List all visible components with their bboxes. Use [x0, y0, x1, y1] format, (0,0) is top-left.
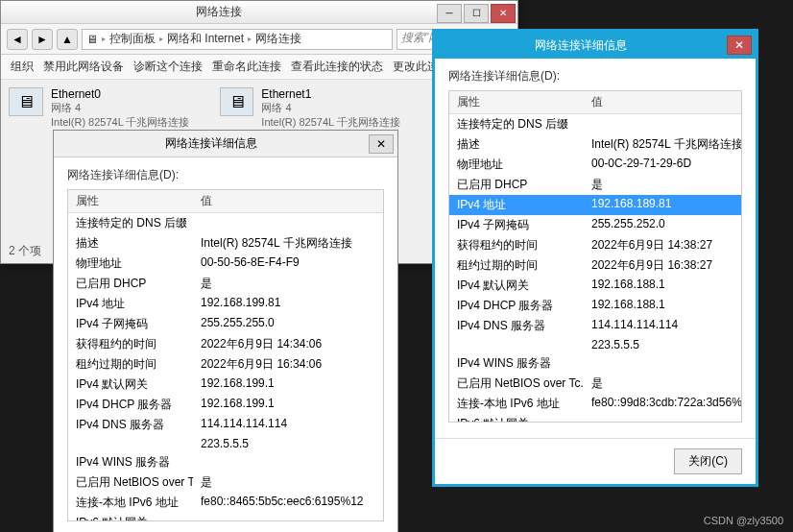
prop-cell: 描述: [449, 134, 584, 155]
prop-cell: 连接-本地 IPv6 地址: [68, 493, 193, 513]
value-cell: 114.114.114.114: [193, 415, 383, 435]
grid-body[interactable]: 连接特定的 DNS 后缀描述Intel(R) 82574L 千兆网络连接物理地址…: [68, 213, 383, 520]
prop-cell: 获得租约的时间: [449, 235, 584, 255]
table-row[interactable]: IPv4 DHCP 服务器192.168.188.1: [449, 296, 741, 316]
adapter-desc: Intel(R) 82574L 千兆网络连接: [51, 115, 189, 130]
table-row[interactable]: 已启用 NetBIOS over Tc...是: [68, 472, 383, 493]
table-row[interactable]: IPv4 地址192.168.189.81: [449, 195, 741, 215]
value-cell: 192.168.199.81: [193, 294, 383, 314]
table-row[interactable]: 物理地址00-0C-29-71-29-6D: [449, 155, 741, 175]
value-cell: 223.5.5.5: [193, 435, 383, 452]
value-cell: 255.255.255.0: [193, 314, 383, 334]
crumb-item[interactable]: 控制面板: [109, 31, 156, 47]
col-value: 值: [584, 91, 741, 113]
table-row[interactable]: IPv4 WINS 服务器: [68, 452, 383, 472]
prop-cell: 已启用 NetBIOS over Tc...: [449, 374, 584, 394]
value-cell: 2022年6月9日 14:34:06: [193, 334, 383, 354]
value-cell: 192.168.188.1: [584, 276, 741, 296]
menu-disable[interactable]: 禁用此网络设备: [43, 59, 124, 75]
table-row[interactable]: 连接-本地 IPv6 地址fe80::99d8:3cdb:722a:3d56%2…: [449, 394, 741, 414]
table-row[interactable]: 已启用 NetBIOS over Tc...是: [449, 374, 741, 394]
value-cell: [193, 213, 383, 233]
table-row[interactable]: 描述Intel(R) 82574L 千兆网络连接 #2: [449, 134, 741, 155]
value-cell: 是: [584, 374, 741, 394]
table-row[interactable]: 获得租约的时间2022年6月9日 14:38:27: [449, 235, 741, 255]
prop-cell: 租约过期的时间: [68, 354, 193, 375]
table-row[interactable]: 租约过期的时间2022年6月9日 16:34:06: [68, 354, 383, 375]
value-cell: [584, 414, 741, 422]
table-row[interactable]: 已启用 DHCP是: [68, 274, 383, 294]
titlebar: 网络连接 ─ ☐ ✕: [1, 1, 517, 24]
adapter-network: 网络 4: [261, 101, 412, 115]
prop-cell: IPv4 地址: [449, 195, 584, 215]
value-cell: [584, 114, 741, 134]
network-icon: 🖥: [86, 33, 98, 46]
up-button[interactable]: ▲: [57, 29, 78, 50]
dialog-title: 网络连接详细信息: [54, 135, 369, 152]
details-label: 网络连接详细信息(D):: [67, 167, 384, 183]
col-value: 值: [193, 190, 383, 212]
table-row[interactable]: 租约过期的时间2022年6月9日 16:38:27: [449, 255, 741, 276]
property-grid: 属性 值 连接特定的 DNS 后缀描述Intel(R) 82574L 千兆网络连…: [448, 90, 742, 423]
value-cell: 2022年6月9日 16:34:06: [193, 354, 383, 375]
table-row[interactable]: IPv4 默认网关192.168.188.1: [449, 276, 741, 296]
menu-diagnose[interactable]: 诊断这个连接: [133, 59, 203, 75]
close-button[interactable]: ✕: [491, 4, 516, 23]
table-row[interactable]: IPv6 默认网关: [68, 513, 383, 520]
value-cell: 00-50-56-8E-F4-F9: [193, 254, 383, 274]
value-cell: [193, 452, 383, 472]
crumb-item[interactable]: 网络连接: [255, 31, 301, 47]
prop-cell: IPv4 子网掩码: [449, 215, 584, 235]
menu-view-status[interactable]: 查看此连接的状态: [291, 59, 383, 75]
breadcrumb[interactable]: 🖥 ▸ 控制面板 ▸ 网络和 Internet ▸ 网络连接: [82, 29, 393, 50]
prop-cell: 连接特定的 DNS 后缀: [449, 114, 584, 134]
table-row[interactable]: IPv6 默认网关: [449, 414, 741, 422]
value-cell: fe80::99d8:3cdb:722a:3d56%25: [584, 394, 741, 414]
table-row[interactable]: IPv4 默认网关192.168.199.1: [68, 375, 383, 395]
table-row[interactable]: 连接特定的 DNS 后缀: [68, 213, 383, 233]
table-row[interactable]: IPv4 DNS 服务器114.114.114.114: [449, 316, 741, 336]
prop-cell: IPv4 默认网关: [449, 276, 584, 296]
minimize-button[interactable]: ─: [437, 4, 462, 23]
prop-cell: 物理地址: [68, 254, 193, 274]
table-row[interactable]: IPv4 地址192.168.199.81: [68, 294, 383, 314]
table-row[interactable]: IPv4 DHCP 服务器192.168.199.1: [68, 395, 383, 415]
table-row[interactable]: IPv4 子网掩码255.255.252.0: [449, 215, 741, 235]
table-row[interactable]: 223.5.5.5: [449, 336, 741, 353]
value-cell: 2022年6月9日 16:38:27: [584, 255, 741, 276]
menu-rename[interactable]: 重命名此连接: [212, 59, 281, 75]
crumb-item[interactable]: 网络和 Internet: [167, 31, 244, 47]
table-row[interactable]: 223.5.5.5: [68, 435, 383, 452]
close-button[interactable]: 关闭(C): [674, 448, 742, 474]
forward-button[interactable]: ►: [32, 29, 53, 50]
menu-organize[interactable]: 组织: [11, 59, 34, 75]
table-row[interactable]: 物理地址00-50-56-8E-F4-F9: [68, 254, 383, 274]
grid-body[interactable]: 连接特定的 DNS 后缀描述Intel(R) 82574L 千兆网络连接 #2物…: [449, 114, 741, 422]
back-button[interactable]: ◄: [7, 29, 28, 50]
prop-cell: IPv4 WINS 服务器: [68, 452, 193, 472]
adapter-icon: 🖥: [9, 87, 43, 116]
value-cell: 223.5.5.5: [584, 336, 741, 353]
table-row[interactable]: 获得租约的时间2022年6月9日 14:34:06: [68, 334, 383, 354]
table-row[interactable]: 连接特定的 DNS 后缀: [449, 114, 741, 134]
details-label: 网络连接详细信息(D):: [448, 68, 742, 85]
table-row[interactable]: IPv4 子网掩码255.255.255.0: [68, 314, 383, 334]
adapter-name: Ethernet1: [261, 87, 412, 101]
close-icon[interactable]: ✕: [369, 134, 394, 154]
prop-cell: 租约过期的时间: [449, 255, 584, 276]
prop-cell: [68, 435, 193, 452]
property-grid: 属性 值 连接特定的 DNS 后缀描述Intel(R) 82574L 千兆网络连…: [67, 189, 384, 521]
prop-cell: IPv4 子网掩码: [68, 314, 193, 334]
col-property: 属性: [68, 190, 193, 212]
value-cell: 是: [584, 175, 741, 195]
prop-cell: IPv4 默认网关: [68, 375, 193, 395]
close-icon[interactable]: ✕: [727, 36, 752, 55]
prop-cell: 已启用 NetBIOS over Tc...: [68, 472, 193, 493]
maximize-button[interactable]: ☐: [464, 4, 489, 23]
table-row[interactable]: 描述Intel(R) 82574L 千兆网络连接: [68, 233, 383, 254]
table-row[interactable]: IPv4 WINS 服务器: [449, 353, 741, 374]
dialog-title: 网络连接详细信息: [435, 37, 727, 54]
table-row[interactable]: 连接-本地 IPv6 地址fe80::8465:5b5c:eec6:6195%1…: [68, 493, 383, 513]
table-row[interactable]: 已启用 DHCP是: [449, 175, 741, 195]
table-row[interactable]: IPv4 DNS 服务器114.114.114.114: [68, 415, 383, 435]
